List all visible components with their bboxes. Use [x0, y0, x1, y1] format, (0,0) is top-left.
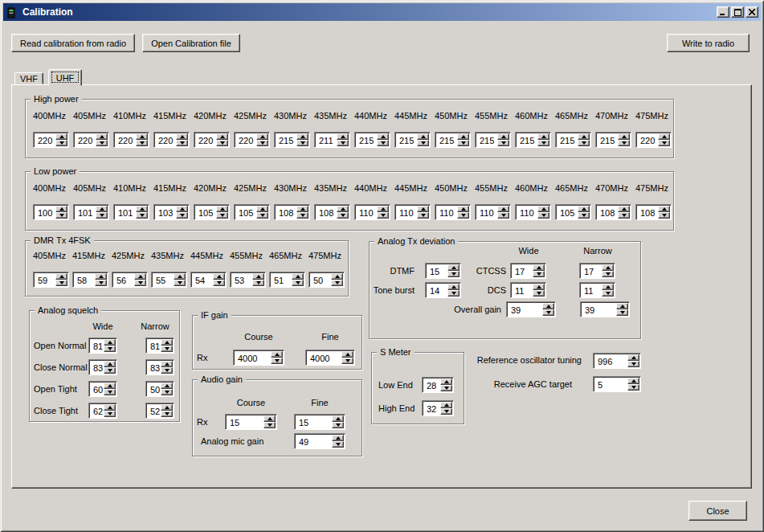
spin-up-button[interactable]: [533, 284, 545, 290]
power-spinner[interactable]: 110: [354, 204, 390, 220]
power-spinner[interactable]: 215: [274, 132, 310, 148]
spin-up-button[interactable]: [627, 354, 639, 361]
spinner-value[interactable]: 81: [146, 338, 161, 353]
power-spinner[interactable]: 105: [194, 204, 230, 220]
spin-up-button[interactable]: [296, 133, 308, 140]
spin-down-button[interactable]: [377, 140, 389, 146]
spinner-value[interactable]: 108: [596, 205, 618, 219]
spinner-value[interactable]: 103: [154, 205, 176, 219]
spinner-value[interactable]: 60: [89, 382, 104, 396]
high-end-spinner[interactable]: 32: [422, 400, 454, 416]
spin-up-button[interactable]: [174, 273, 186, 280]
if-rx-fine-spinner[interactable]: 4000: [305, 350, 355, 366]
spinner-value[interactable]: 53: [231, 272, 252, 287]
spin-up-button[interactable]: [104, 361, 116, 367]
spinner-value[interactable]: 15: [426, 264, 447, 278]
spin-up-button[interactable]: [331, 273, 343, 280]
power-spinner[interactable]: 105: [234, 204, 270, 220]
spin-down-button[interactable]: [616, 309, 628, 316]
spinner-value[interactable]: 49: [295, 434, 332, 448]
spin-up-button[interactable]: [457, 206, 469, 212]
spinner-value[interactable]: 105: [194, 205, 216, 219]
spinner-value[interactable]: 110: [395, 205, 417, 219]
power-spinner[interactable]: 211: [314, 132, 350, 148]
spin-down-button[interactable]: [332, 441, 344, 448]
spinner-value[interactable]: 39: [507, 302, 542, 317]
close-button[interactable]: Close: [688, 501, 747, 521]
if-rx-course-spinner[interactable]: 4000: [233, 350, 284, 366]
power-spinner[interactable]: 100: [33, 204, 69, 220]
spinner-value[interactable]: 50: [309, 272, 331, 287]
spin-up-button[interactable]: [341, 351, 353, 358]
maximize-button[interactable]: [731, 6, 744, 18]
spin-up-button[interactable]: [104, 404, 116, 411]
spinner-value[interactable]: 211: [315, 133, 337, 147]
spinner-value[interactable]: 105: [235, 205, 256, 219]
dmr-spinner[interactable]: 50: [308, 272, 345, 288]
spin-up-button[interactable]: [616, 303, 628, 309]
app-icon[interactable]: [6, 6, 18, 18]
spin-up-button[interactable]: [292, 273, 304, 280]
spin-down-button[interactable]: [136, 140, 148, 146]
spinner-value[interactable]: 5: [594, 377, 627, 391]
overall-gain-wide-spinner[interactable]: 39: [506, 301, 556, 317]
spin-up-button[interactable]: [332, 415, 344, 422]
spin-up-button[interactable]: [497, 206, 509, 212]
spinner-value[interactable]: 215: [516, 133, 537, 147]
spin-up-button[interactable]: [578, 133, 590, 140]
spin-down-button[interactable]: [174, 280, 186, 286]
spin-down-button[interactable]: [176, 212, 188, 219]
spin-up-button[interactable]: [136, 206, 148, 212]
audio-rx-fine-spinner[interactable]: 15: [294, 414, 345, 430]
spin-up-button[interactable]: [55, 273, 67, 280]
spinner-value[interactable]: 220: [194, 133, 216, 147]
spinner-value[interactable]: 11: [511, 283, 533, 297]
spin-down-button[interactable]: [618, 212, 630, 219]
receive-agc-target-spinner[interactable]: 5: [593, 376, 641, 392]
spin-down-button[interactable]: [161, 389, 173, 395]
dmr-spinner[interactable]: 55: [151, 272, 187, 288]
spin-down-button[interactable]: [417, 212, 429, 219]
spinner-value[interactable]: 110: [476, 205, 497, 219]
spin-down-button[interactable]: [457, 212, 469, 219]
spin-down-button[interactable]: [337, 140, 349, 146]
power-spinner[interactable]: 220: [194, 132, 230, 148]
spinner-value[interactable]: 56: [112, 272, 134, 287]
spinner-value[interactable]: 51: [270, 272, 292, 287]
spinner-value[interactable]: 220: [74, 133, 96, 147]
power-spinner[interactable]: 220: [73, 132, 109, 148]
spin-down-button[interactable]: [296, 140, 308, 146]
spin-down-button[interactable]: [256, 140, 268, 146]
squelch-wide-spinner[interactable]: 81: [88, 338, 117, 354]
spin-up-button[interactable]: [252, 273, 264, 280]
spin-up-button[interactable]: [332, 435, 344, 441]
dmr-spinner[interactable]: 59: [33, 272, 69, 288]
spin-down-button[interactable]: [618, 140, 630, 146]
spinner-value[interactable]: 105: [556, 205, 578, 219]
spin-up-button[interactable]: [264, 415, 276, 422]
spinner-value[interactable]: 220: [114, 133, 136, 147]
spin-down-button[interactable]: [341, 358, 353, 364]
spin-down-button[interactable]: [602, 290, 614, 297]
power-spinner[interactable]: 105: [555, 204, 591, 220]
spin-up-button[interactable]: [537, 133, 550, 140]
power-spinner[interactable]: 215: [555, 132, 591, 148]
spin-up-button[interactable]: [618, 206, 630, 212]
spin-up-button[interactable]: [136, 133, 148, 140]
dmr-spinner[interactable]: 58: [72, 272, 108, 288]
spin-up-button[interactable]: [602, 284, 614, 290]
spinner-value[interactable]: 215: [476, 133, 497, 147]
spinner-value[interactable]: 215: [435, 133, 457, 147]
squelch-narrow-spinner[interactable]: 50: [145, 381, 174, 397]
audio-rx-course-spinner[interactable]: 15: [225, 414, 277, 430]
spin-up-button[interactable]: [161, 361, 173, 367]
spin-down-button[interactable]: [537, 140, 550, 146]
power-spinner[interactable]: 215: [354, 132, 390, 148]
spinner-value[interactable]: 52: [146, 403, 161, 418]
spinner-value[interactable]: 215: [556, 133, 578, 147]
reference-oscillator-tuning-spinner[interactable]: 996: [593, 353, 641, 369]
power-spinner[interactable]: 220: [33, 132, 69, 148]
spin-down-button[interactable]: [658, 212, 670, 219]
spinner-value[interactable]: 215: [275, 133, 296, 147]
power-spinner[interactable]: 215: [435, 132, 471, 148]
